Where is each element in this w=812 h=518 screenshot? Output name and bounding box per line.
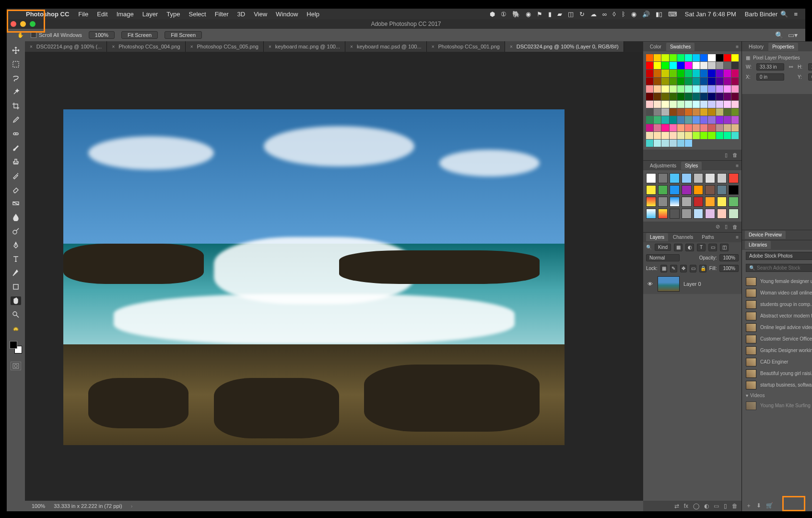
wand-tool[interactable] xyxy=(11,88,21,96)
blur-tool[interactable] xyxy=(11,213,21,222)
swatch[interactable] xyxy=(646,62,653,69)
swatch[interactable] xyxy=(661,62,669,69)
cloud-icon[interactable]: ☁ xyxy=(590,11,597,18)
swatch[interactable] xyxy=(700,124,707,131)
swatch[interactable] xyxy=(661,116,669,123)
document-tab[interactable]: ×Photoshop CCss_005.png xyxy=(186,41,264,52)
delete-swatch-icon[interactable]: 🗑 xyxy=(732,152,738,158)
swatch[interactable] xyxy=(646,116,653,123)
channels-tab[interactable]: Channels xyxy=(669,233,697,241)
lock-trans-icon[interactable]: ▦ xyxy=(660,265,667,272)
swatch[interactable] xyxy=(670,132,677,139)
close-tab-icon[interactable]: × xyxy=(350,44,353,49)
delete-style-icon[interactable]: 🗑 xyxy=(732,224,738,230)
style-swatch[interactable] xyxy=(658,173,668,183)
style-swatch[interactable] xyxy=(658,197,668,207)
swatch[interactable] xyxy=(670,140,677,147)
swatch[interactable] xyxy=(654,108,661,116)
style-swatch[interactable] xyxy=(705,209,715,219)
libraries-tab[interactable]: Libraries xyxy=(745,241,771,249)
swatch[interactable] xyxy=(724,101,731,108)
menu-layer[interactable]: Layer xyxy=(142,11,158,18)
swatch[interactable] xyxy=(677,78,684,85)
properties-tab[interactable]: Properties xyxy=(768,43,798,51)
style-swatch[interactable] xyxy=(658,209,668,219)
scroll-all-checkbox[interactable]: Scroll All Windows xyxy=(31,32,82,38)
spotlight-icon[interactable]: 🔍 xyxy=(780,11,788,18)
clear-style-icon[interactable]: ⊘ xyxy=(716,224,720,230)
swatch[interactable] xyxy=(646,85,653,93)
bookmark-icon[interactable]: ▮ xyxy=(548,11,552,18)
style-swatch[interactable] xyxy=(682,197,692,207)
style-swatch[interactable] xyxy=(729,209,739,219)
swatch[interactable] xyxy=(724,116,731,123)
wifi-icon[interactable]: ◉ xyxy=(631,11,636,18)
flag-icon[interactable]: ⚑ xyxy=(537,11,542,18)
swatch[interactable] xyxy=(731,70,739,77)
link-wh-icon[interactable]: ⚯ xyxy=(787,64,795,70)
paths-tab[interactable]: Paths xyxy=(698,233,718,241)
swatch[interactable] xyxy=(693,101,700,108)
close-tab-icon[interactable]: × xyxy=(112,44,115,49)
library-item[interactable]: Young Man Kite Surfing In Ocea... xyxy=(742,400,812,412)
move-tool[interactable] xyxy=(11,46,21,55)
swatch[interactable] xyxy=(716,116,723,123)
swatch[interactable] xyxy=(724,78,731,85)
cart-icon[interactable]: 🛒 xyxy=(766,502,773,509)
swatch[interactable] xyxy=(708,78,715,85)
document-tab[interactable]: ×Photoshop CCss_004.png xyxy=(107,41,185,52)
lock-all-icon[interactable]: 🔒 xyxy=(699,265,706,272)
style-swatch[interactable] xyxy=(682,209,692,219)
library-item[interactable]: students group in comp...JPEG xyxy=(742,299,812,310)
swatch[interactable] xyxy=(670,101,677,108)
close-tab-icon[interactable]: × xyxy=(30,44,33,49)
status-dims[interactable]: 33.333 in x 22.222 in (72 ppi) xyxy=(54,503,122,509)
library-item[interactable]: Online legal advice video...JPEG xyxy=(742,322,812,333)
style-swatch[interactable] xyxy=(717,185,727,195)
swatch[interactable] xyxy=(661,132,669,139)
visibility-icon[interactable]: 👁 xyxy=(646,281,654,287)
swatch[interactable] xyxy=(685,132,692,139)
menu-filter[interactable]: Filter xyxy=(215,11,229,18)
eraser-tool[interactable] xyxy=(11,185,21,194)
menu-extras-icon[interactable]: ≡ xyxy=(794,11,798,18)
swatch[interactable] xyxy=(731,116,739,123)
filter-type-icon[interactable]: T xyxy=(697,244,706,251)
x-field[interactable]: 0 in xyxy=(756,73,784,81)
quickmask-toggle[interactable] xyxy=(11,362,21,370)
style-swatch[interactable] xyxy=(670,173,680,183)
new-style-icon[interactable]: ▯ xyxy=(725,224,728,230)
mask-icon[interactable]: ◯ xyxy=(693,503,699,509)
color-swatch[interactable] xyxy=(10,341,22,353)
swatch[interactable] xyxy=(670,116,677,123)
new-swatch-icon[interactable]: ▯ xyxy=(725,152,728,158)
menu-window[interactable]: Window xyxy=(276,11,298,18)
swatch[interactable] xyxy=(708,108,715,116)
library-category[interactable]: ▾Videos xyxy=(742,391,812,400)
style-swatch[interactable] xyxy=(670,197,680,207)
swatch[interactable] xyxy=(677,70,684,77)
close-tab-icon[interactable]: × xyxy=(432,44,435,49)
new-layer-icon[interactable]: ▯ xyxy=(724,503,727,509)
filter-adj-icon[interactable]: ◐ xyxy=(685,244,694,251)
swatch[interactable] xyxy=(716,54,723,61)
swatch[interactable] xyxy=(724,54,731,61)
library-item[interactable]: CAD EnginerJPEG xyxy=(742,356,812,368)
swatch[interactable] xyxy=(700,85,707,93)
swatch[interactable] xyxy=(731,85,739,93)
style-swatch[interactable] xyxy=(694,185,704,195)
swatch[interactable] xyxy=(654,78,661,85)
volume-icon[interactable]: 🔊 xyxy=(642,11,650,18)
swatch[interactable] xyxy=(654,101,661,108)
circle-icon[interactable]: ◉ xyxy=(526,11,531,18)
path-tool[interactable] xyxy=(11,269,21,277)
swatch[interactable] xyxy=(654,140,661,147)
opacity-value[interactable]: 100% xyxy=(719,254,739,261)
document-tab[interactable]: ×Photoshop CCss_001.png xyxy=(427,41,505,52)
swatch[interactable] xyxy=(708,70,715,77)
swatch[interactable] xyxy=(716,93,723,100)
swatch[interactable] xyxy=(670,62,677,69)
swatch[interactable] xyxy=(700,101,707,108)
style-swatch[interactable] xyxy=(705,173,715,183)
menu-type[interactable]: Type xyxy=(166,11,180,18)
